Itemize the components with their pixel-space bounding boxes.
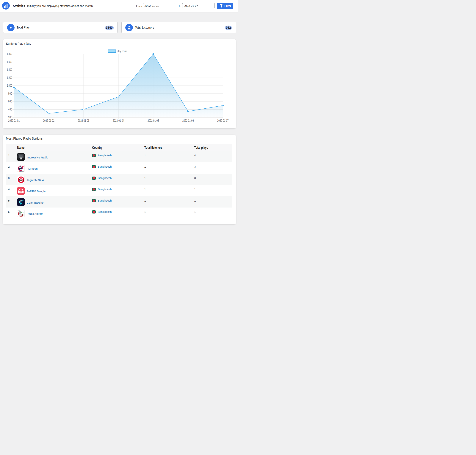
svg-text:400: 400 <box>8 108 12 111</box>
svg-text:Radio: Radio <box>21 212 24 213</box>
svg-text:2022-01-02: 2022-01-02 <box>43 119 55 122</box>
svg-text:800: 800 <box>8 92 12 95</box>
svg-text:2022-01-04: 2022-01-04 <box>113 119 124 122</box>
svg-text:Jag: Jag <box>19 179 22 181</box>
svg-text:FM94.4: FM94.4 <box>20 178 22 179</box>
svg-text:600: 600 <box>8 100 12 103</box>
svg-text:Abiram: Abiram <box>21 213 25 214</box>
svg-text:1,400: 1,400 <box>7 68 12 71</box>
svg-text:Play count: Play count <box>117 49 127 53</box>
svg-text:FMMOON: FMMOON <box>18 170 24 172</box>
svg-text:2022-01-03: 2022-01-03 <box>78 119 89 122</box>
svg-text:2022-01-06: 2022-01-06 <box>182 119 194 122</box>
svg-text:1,600: 1,600 <box>7 60 12 64</box>
svg-text:বাংলা: বাংলা <box>20 192 22 193</box>
svg-text:200: 200 <box>8 116 12 119</box>
svg-text:1,200: 1,200 <box>7 76 12 79</box>
svg-text:2022-01-05: 2022-01-05 <box>148 119 159 122</box>
svg-text:2022-01-01: 2022-01-01 <box>8 119 20 122</box>
svg-text:Gaan Baksho: Gaan Baksho <box>20 204 24 205</box>
svg-text:1,000: 1,000 <box>7 84 12 87</box>
svg-text:2022-01-07: 2022-01-07 <box>217 119 229 122</box>
svg-text:1,800: 1,800 <box>7 52 12 56</box>
